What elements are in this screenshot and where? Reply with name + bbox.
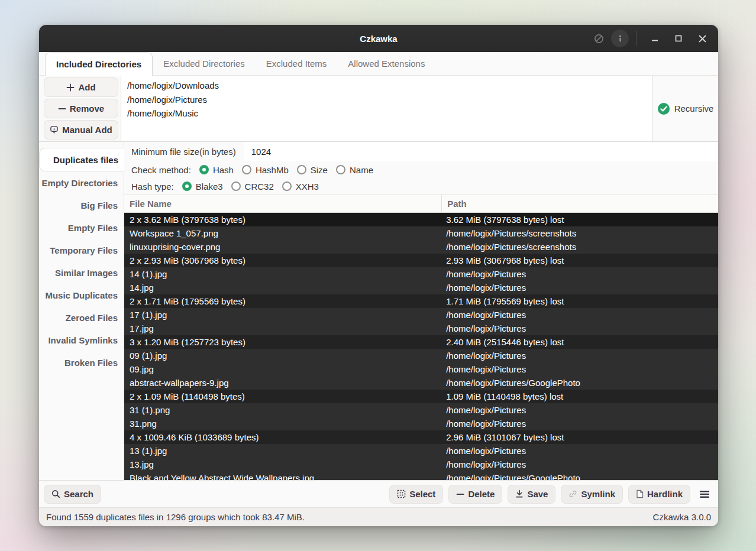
manual-add-button[interactable]: Manual Add — [44, 120, 118, 140]
radio-label: CRC32 — [245, 181, 274, 192]
save-button[interactable]: Save — [508, 485, 555, 504]
path-cell: /home/logix/Pictures — [442, 405, 718, 415]
check-method-radio[interactable]: Size — [297, 165, 328, 175]
table-row[interactable]: 17 (1).jpg /home/logix/Pictures — [124, 308, 718, 322]
sidebar-item[interactable]: Big Files — [39, 194, 124, 216]
checked-circle-icon — [657, 102, 670, 115]
sidebar-item[interactable]: Duplicates files — [39, 148, 124, 171]
table-row[interactable]: 2 x 1.09 MiB (1140498 bytes) 1.09 MiB (1… — [124, 390, 718, 403]
path-cell: /home/logix/Pictures — [442, 419, 718, 429]
table-row[interactable]: 13.jpg /home/logix/Pictures — [124, 458, 718, 471]
file-name-cell: 2 x 1.09 MiB (1140498 bytes) — [124, 391, 442, 401]
file-name-cell: linuxuprising-cover.png — [124, 242, 442, 252]
status-bar: Found 1559 duplicates files in 1296 grou… — [39, 507, 718, 526]
table-row[interactable]: 31 (1).png /home/logix/Pictures — [124, 403, 718, 417]
directory-buttons: Add Remove Manual Add — [39, 76, 121, 141]
sidebar-item[interactable]: Zeroed Files — [39, 306, 124, 329]
table-row[interactable]: 2 x 3.62 MiB (3797638 bytes) 3.62 MiB (3… — [124, 213, 718, 226]
file-name-cell: 14.jpg — [124, 283, 442, 293]
minimum-size-input[interactable]: 1024 — [244, 142, 718, 161]
directory-path[interactable]: /home/logix/Downloads — [127, 79, 646, 93]
hash-type-radio[interactable]: XXH3 — [282, 181, 319, 192]
table-row[interactable]: 31.png /home/logix/Pictures — [124, 417, 718, 430]
search-button[interactable]: Search — [44, 485, 101, 504]
table-row[interactable]: linuxuprising-cover.png /home/logix/Pict… — [124, 240, 718, 254]
recursive-toggle[interactable]: Recursive — [652, 76, 718, 141]
table-row[interactable]: Black and Yellow Abstract Wide Wallpaper… — [124, 471, 718, 480]
check-method-row: Check method: Hash HashMb — [124, 161, 718, 178]
check-method-radio[interactable]: Name — [336, 165, 373, 175]
maximize-button[interactable] — [668, 30, 689, 47]
hash-type-radio[interactable]: CRC32 — [231, 181, 274, 192]
sidebar-item[interactable]: Invalid Symlinks — [39, 329, 124, 351]
table-row[interactable]: 2 x 2.93 MiB (3067968 bytes) 2.93 MiB (3… — [124, 254, 718, 267]
sidebar-item[interactable]: Broken Files — [39, 351, 124, 374]
search-button-label: Search — [64, 489, 93, 499]
table-row[interactable]: 09 (1).jpg /home/logix/Pictures — [124, 349, 718, 362]
radio-icon — [242, 165, 251, 174]
titlebar[interactable]: Czkawka — [39, 25, 718, 52]
path-cell: /home/logix/Pictures/screenshots — [442, 228, 718, 238]
hardlink-button[interactable]: Hardlink — [628, 485, 690, 504]
table-row[interactable]: 14 (1).jpg /home/logix/Pictures — [124, 267, 718, 281]
tab[interactable]: Allowed Extensions — [337, 52, 435, 75]
table-row[interactable]: 14.jpg /home/logix/Pictures — [124, 281, 718, 294]
table-row[interactable]: 4 x 1009.46 KiB (1033689 bytes) 2.96 MiB… — [124, 430, 718, 444]
minimize-button[interactable] — [645, 30, 665, 47]
sidebar-item[interactable]: Empty Files — [39, 216, 124, 239]
save-button-label: Save — [527, 489, 548, 499]
input-bubble-icon — [50, 125, 59, 134]
table-row[interactable]: 17.jpg /home/logix/Pictures — [124, 322, 718, 335]
file-name-column-header[interactable]: File Name — [124, 195, 442, 212]
sidebar-item[interactable]: Similar Images — [39, 261, 124, 284]
file-name-cell: abstract-wallpapers-9.jpg — [124, 378, 442, 388]
remove-button[interactable]: Remove — [44, 99, 118, 118]
tab[interactable]: Included Directories — [45, 52, 153, 76]
check-method-radio[interactable]: HashMb — [242, 165, 289, 175]
duplicates-content: Minimum file size(in bytes) 1024 Check m… — [124, 142, 718, 480]
table-row[interactable]: abstract-wallpapers-9.jpg /home/logix/Pi… — [124, 376, 718, 390]
sidebar-item[interactable]: Empty Directories — [39, 171, 124, 194]
path-column-header[interactable]: Path — [442, 195, 718, 212]
stop-icon[interactable] — [590, 30, 608, 47]
hash-type-radio[interactable]: Blake3 — [182, 181, 223, 192]
add-button[interactable]: Add — [44, 77, 118, 97]
select-button[interactable]: Select — [389, 485, 443, 504]
table-row[interactable]: 3 x 1.20 MiB (1257723 bytes) 2.40 MiB (2… — [124, 335, 718, 349]
table-row[interactable]: Workspace 1_057.png /home/logix/Pictures… — [124, 226, 718, 240]
main-area: Duplicates files Empty Directories Big F… — [39, 142, 718, 480]
download-icon — [515, 490, 524, 498]
tab[interactable]: Excluded Directories — [153, 52, 256, 75]
radio-label: HashMb — [256, 165, 289, 175]
directories-panel: Add Remove Manual Add /home/logix/Downlo… — [39, 76, 718, 142]
directory-path[interactable]: /home/logix/Music — [127, 106, 646, 121]
app-version: Czkawka 3.0.0 — [653, 512, 711, 522]
path-cell: /home/logix/Pictures/GooglePhoto — [442, 473, 718, 480]
delete-button[interactable]: Delete — [448, 485, 502, 504]
directory-tabs: Included Directories Excluded Directorie… — [39, 52, 718, 76]
path-cell: /home/logix/Pictures — [442, 269, 718, 279]
close-button[interactable] — [692, 30, 712, 47]
directory-path[interactable]: /home/logix/Pictures — [127, 93, 646, 107]
path-cell: /home/logix/Pictures/GooglePhoto — [442, 378, 718, 388]
add-button-label: Add — [78, 82, 95, 92]
check-method-radio[interactable]: Hash — [199, 165, 234, 175]
symlink-button[interactable]: Symlink — [561, 485, 623, 504]
sidebar-item[interactable]: Music Duplicates — [39, 284, 124, 306]
plus-icon — [66, 83, 75, 92]
hash-type-options: Blake3 CRC32 XXH3 — [182, 181, 319, 192]
tab[interactable]: Excluded Items — [256, 52, 338, 75]
tool-sidebar: Duplicates files Empty Directories Big F… — [39, 142, 124, 480]
radio-icon — [336, 165, 345, 174]
file-name-cell: 13 (1).jpg — [124, 446, 442, 456]
radio-icon — [182, 181, 192, 191]
bottom-toolbar: Search Select Delete Save Symlink — [39, 480, 718, 507]
action-buttons: Select Delete Save Symlink Hardlink — [389, 485, 713, 504]
sidebar-item[interactable]: Temporary Files — [39, 239, 124, 261]
radio-label: Name — [350, 165, 373, 175]
table-row[interactable]: 09.jpg /home/logix/Pictures — [124, 362, 718, 376]
info-icon[interactable] — [611, 30, 629, 47]
table-row[interactable]: 2 x 1.71 MiB (1795569 bytes) 1.71 MiB (1… — [124, 294, 718, 308]
hamburger-menu-button[interactable] — [696, 485, 713, 504]
table-row[interactable]: 13 (1).jpg /home/logix/Pictures — [124, 444, 718, 458]
